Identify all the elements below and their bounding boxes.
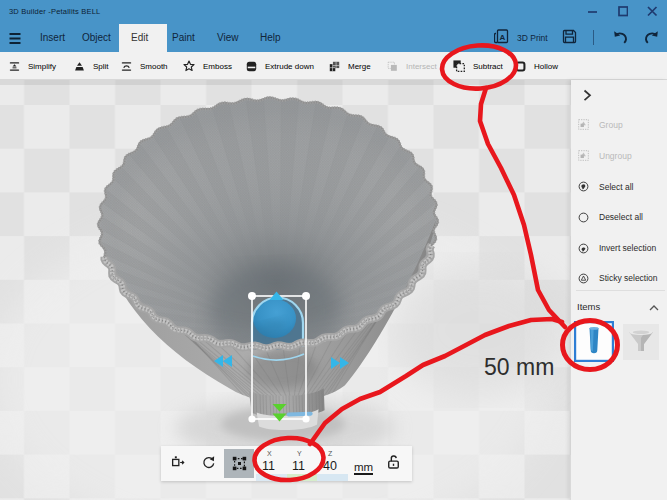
svg-text:A: A xyxy=(500,33,506,42)
